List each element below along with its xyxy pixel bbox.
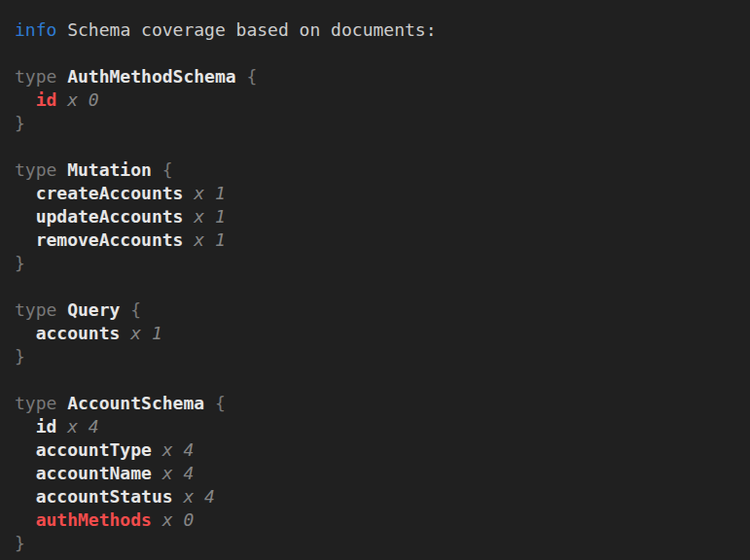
field-count: x 1 xyxy=(183,206,225,227)
field-count: x 0 xyxy=(152,509,194,530)
field-line: id x 0 xyxy=(15,88,740,112)
field-name: accountName xyxy=(15,463,152,483)
field-name: id xyxy=(15,89,56,110)
field-line: createAccounts x 1 xyxy=(15,182,740,205)
info-tag: info xyxy=(15,19,56,40)
field-count: x 1 xyxy=(183,183,225,203)
field-line: updateAccounts x 1 xyxy=(15,205,740,228)
type-name: AccountSchema xyxy=(67,393,204,413)
field-name: accountType xyxy=(15,439,152,460)
type-name: Mutation xyxy=(67,159,152,180)
field-line: authMethods x 0 xyxy=(15,508,740,532)
type-close-line: } xyxy=(15,532,740,555)
close-brace: } xyxy=(15,113,25,133)
log-message: Schema coverage based on documents: xyxy=(56,19,436,40)
type-open-line: type Query { xyxy=(15,298,740,322)
type-keyword: type xyxy=(15,66,67,87)
blank-line xyxy=(15,42,740,65)
log-line: info Schema coverage based on documents: xyxy=(15,18,740,42)
type-keyword: type xyxy=(15,299,67,320)
open-brace: { xyxy=(152,159,173,180)
field-name: id xyxy=(15,416,56,437)
field-name: removeAccounts xyxy=(15,229,183,250)
field-count: x 4 xyxy=(152,463,194,483)
field-name: accountStatus xyxy=(15,486,173,507)
type-keyword: type xyxy=(15,393,67,413)
close-brace: } xyxy=(15,533,25,553)
close-brace: } xyxy=(15,253,25,273)
field-line: accountStatus x 4 xyxy=(15,485,740,508)
open-brace: { xyxy=(120,299,141,320)
field-count: x 0 xyxy=(56,89,98,110)
type-name: AuthMethodSchema xyxy=(67,66,235,87)
open-brace: { xyxy=(236,66,258,87)
type-close-line: } xyxy=(15,252,740,275)
field-name: accounts xyxy=(15,323,120,343)
field-line: accountType x 4 xyxy=(15,438,740,462)
close-brace: } xyxy=(15,346,25,367)
field-name: updateAccounts xyxy=(15,206,183,227)
field-name: createAccounts xyxy=(15,183,183,203)
field-count: x 1 xyxy=(120,323,161,343)
field-line: removeAccounts x 1 xyxy=(15,228,740,252)
field-line: accounts x 1 xyxy=(15,322,740,345)
field-name: authMethods xyxy=(15,509,152,530)
blank-line xyxy=(15,135,740,158)
type-open-line: type Mutation { xyxy=(15,158,740,182)
type-keyword: type xyxy=(15,159,67,180)
type-close-line: } xyxy=(15,345,740,368)
field-count: x 4 xyxy=(173,486,215,507)
field-count: x 1 xyxy=(183,229,225,250)
type-name: Query xyxy=(67,299,120,320)
blank-line xyxy=(15,368,740,392)
field-count: x 4 xyxy=(56,416,98,437)
type-open-line: type AccountSchema { xyxy=(15,392,740,415)
field-line: id x 4 xyxy=(15,415,740,438)
open-brace: { xyxy=(204,393,226,413)
blank-line xyxy=(15,275,740,298)
type-open-line: type AuthMethodSchema { xyxy=(15,65,740,88)
field-line: accountName x 4 xyxy=(15,462,740,485)
field-count: x 4 xyxy=(152,439,194,460)
terminal-output[interactable]: info Schema coverage based on documents:… xyxy=(0,0,750,560)
type-close-line: } xyxy=(15,112,740,135)
